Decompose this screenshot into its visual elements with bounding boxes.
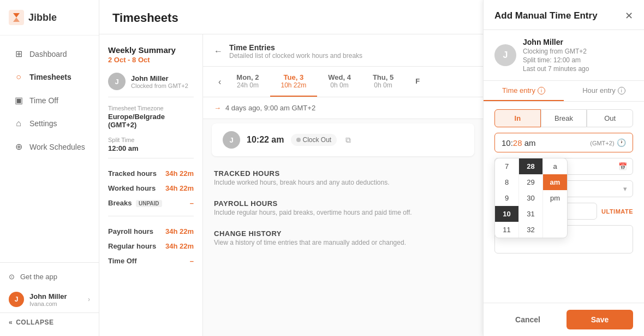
breaks-value: – (190, 199, 194, 207)
sidebar-item-label: Dashboard (29, 50, 67, 58)
timeoff-label: Time Off (108, 257, 137, 265)
section-title-payroll: PAYROLL HOURS (214, 199, 472, 208)
entries-subtitle: Detailed list of clocked work hours and … (229, 52, 362, 60)
picker-min-29[interactable]: 29 (519, 174, 542, 190)
calendar-icon: 📅 (618, 162, 627, 170)
breaks-badge: UNPAID (136, 200, 162, 207)
user-name: John Miller (29, 292, 67, 300)
sidebar-item-timesheets[interactable]: ○ Timesheets (4, 67, 94, 87)
days-nav-prev[interactable]: ‹ (214, 77, 225, 87)
dashboard-icon: ⊞ (13, 49, 24, 59)
day-hours-mon: 24h 0m (236, 81, 259, 89)
timeoff-row: Time Off – (108, 254, 194, 268)
cancel-button[interactable]: Cancel (494, 310, 561, 329)
clock-out-label: Clock Out (303, 136, 332, 144)
person-info: John Miller Clocked from GMT+2 (131, 74, 188, 89)
day-tab-mon[interactable]: Mon, 2 24h 0m (225, 67, 270, 97)
chevron-down-icon: ▾ (623, 185, 627, 193)
tz-value: Europe/Belgrade (GMT+2) (108, 113, 194, 129)
time-input-box[interactable]: 10:28 am (GMT+2) 🕐 (494, 133, 633, 152)
in-button[interactable]: In (494, 109, 541, 127)
regular-hours-label: Regular hours (108, 242, 156, 250)
person-avatar: J (108, 73, 126, 90)
day-tab-tue[interactable]: Tue, 3 10h 22m (270, 67, 318, 97)
summary-date: 2 Oct - 8 Oct (108, 56, 194, 64)
day-tab-thu[interactable]: Thu, 5 0h 0m (362, 67, 404, 97)
panel-last-out: Last out 7 minutes ago (523, 65, 589, 73)
payroll-hours-label: Payroll hours (108, 227, 153, 235)
entries-title: Time Entries (229, 43, 362, 52)
in-break-out-group: In Break Out (484, 102, 644, 133)
worked-hours-value: 34h 22m (165, 184, 194, 192)
sidebar-item-workschedules[interactable]: ⊕ Work Schedules (4, 136, 94, 157)
timeoff-value: – (190, 257, 194, 265)
back-arrow-icon[interactable]: ← (214, 46, 223, 56)
picker-period-pm[interactable]: pm (543, 190, 567, 206)
close-button[interactable]: ✕ (625, 10, 633, 22)
day-hours-thu: 0h 0m (373, 81, 393, 89)
tab-time-entry[interactable]: Time entry i (484, 81, 564, 101)
day-tab-fri[interactable]: F (404, 70, 431, 93)
worked-hours-row: Worked hours 34h 22m (108, 181, 194, 196)
sidebar-item-dashboard[interactable]: ⊞ Dashboard (4, 43, 94, 64)
summary-title: Weekly Summary (108, 45, 194, 55)
logo-area: Jibble (0, 0, 99, 36)
collapse-icon: « (9, 319, 13, 326)
section-title-tracked: TRACKED HOURS (214, 169, 472, 178)
payroll-hours-section: PAYROLL HOURS Include regular hours, pai… (203, 191, 483, 221)
tab-hour-entry[interactable]: Hour entry i (564, 81, 644, 101)
out-button[interactable]: Out (587, 109, 633, 127)
picker-hour-8[interactable]: 8 (495, 174, 518, 190)
clock-out-badge[interactable]: Clock Out (291, 134, 337, 146)
timeoff-icon: ▣ (13, 95, 24, 105)
picker-min-31[interactable]: 31 (519, 206, 542, 222)
picker-period-a[interactable]: a (543, 158, 567, 174)
section-title-history: CHANGE HISTORY (214, 229, 472, 238)
panel-split-time: Split time: 12:00 am (523, 56, 589, 64)
breaks-label: Breaks UNPAID (108, 199, 162, 207)
sidebar-item-settings[interactable]: ⌂ Settings (4, 113, 94, 134)
collapse-button[interactable]: « COLLAPSE (0, 313, 99, 332)
content-area: Weekly Summary 2 Oct - 8 Oct J John Mill… (99, 34, 483, 336)
save-button[interactable]: Save (567, 310, 633, 329)
sidebar-item-timeoff[interactable]: ▣ Time Off (4, 90, 94, 111)
chevron-right-icon: › (88, 296, 90, 303)
picker-hour-11[interactable]: 11 (495, 222, 518, 238)
person-name: John Miller (131, 74, 188, 82)
picker-period-am[interactable]: am (543, 174, 567, 190)
panel-user-name: John Miller (523, 38, 589, 46)
get-app-item[interactable]: ⊙ Get the app (0, 267, 99, 286)
sidebar-item-label: Timesheets (29, 73, 71, 81)
time-entry-row: J 10:22 am Clock Out ⧉ (212, 123, 474, 156)
picker-hour-10[interactable]: 10 (495, 206, 518, 222)
nav-menu: ⊞ Dashboard ○ Timesheets ▣ Time Off ⌂ Se… (0, 36, 99, 262)
entries-header-text: Time Entries Detailed list of clocked wo… (229, 43, 362, 60)
picker-period-col: a am pm (543, 158, 567, 238)
sidebar-settings-label: Settings (29, 119, 57, 128)
days-tabs: ‹ Mon, 2 24h 0m Tue, 3 10h 22m Wed, 4 0h… (203, 67, 483, 97)
clock-icon[interactable]: 🕐 (617, 138, 626, 147)
get-app-label: Get the app (20, 273, 57, 281)
user-profile-item[interactable]: J John Miller Ivana.com › (0, 286, 99, 313)
picker-min-28[interactable]: 28 (519, 158, 542, 174)
entry-avatar: J (223, 131, 240, 149)
tz-label: Timesheet Timezone (108, 105, 194, 111)
person-row: J John Miller Clocked from GMT+2 (108, 73, 194, 97)
timesheet-tz-section: Timesheet Timezone Europe/Belgrade (GMT+… (108, 105, 194, 129)
picker-min-32[interactable]: 32 (519, 222, 542, 238)
picker-hour-7[interactable]: 7 (495, 158, 518, 174)
picker-min-30[interactable]: 30 (519, 190, 542, 206)
getapp-icon: ⊙ (9, 273, 15, 281)
split-time-label: Split Time (108, 137, 194, 143)
collapse-label: COLLAPSE (16, 319, 53, 326)
break-button[interactable]: Break (541, 109, 587, 127)
timesheets-icon: ○ (13, 72, 24, 82)
logo-text: Jibble (28, 12, 57, 23)
time-input-row: 10:28 am (GMT+2) 🕐 7 8 9 10 11 28 29 30 … (484, 133, 644, 156)
page-header: Timesheets (99, 0, 483, 34)
copy-icon[interactable]: ⧉ (345, 135, 351, 145)
tracked-hours-label: Tracked hours (108, 169, 157, 178)
picker-hour-9[interactable]: 9 (495, 190, 518, 206)
time-entry-info-icon: i (538, 87, 545, 95)
day-tab-wed[interactable]: Wed, 4 0h 0m (317, 67, 362, 97)
